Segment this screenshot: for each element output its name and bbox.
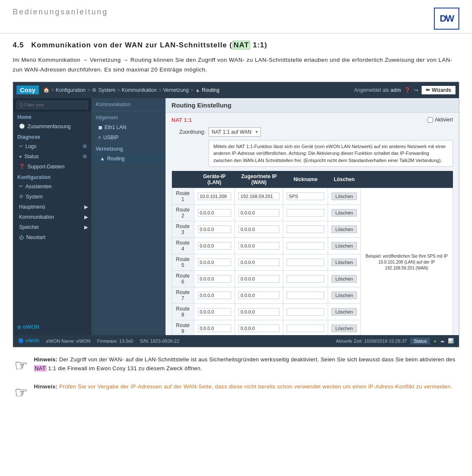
route-lan-input-8[interactable] bbox=[198, 325, 232, 332]
route-loschen-2: Löschen bbox=[328, 221, 361, 238]
sidebar-item-neustart[interactable]: ⏻ Neustart bbox=[13, 232, 91, 242]
zuordnung-row: Zuordnung: NAT 1:1 auf WAN bbox=[171, 127, 453, 137]
route-lan-input-0[interactable] bbox=[198, 193, 232, 200]
logout-icon[interactable]: ↪ bbox=[414, 87, 418, 93]
loschen-button-1[interactable]: Löschen bbox=[331, 209, 357, 217]
info-box: Mittels der NAT 1:1-Funktion lässt sich … bbox=[209, 140, 453, 167]
sidebar-item-status[interactable]: ♥ Status ⚙ bbox=[13, 151, 91, 162]
route-loschen-6: Löschen bbox=[328, 287, 361, 304]
route-nick-input-4[interactable] bbox=[287, 259, 324, 266]
loschen-button-5[interactable]: Löschen bbox=[331, 275, 357, 283]
route-wan-8 bbox=[235, 320, 283, 335]
middle-item-eth1lan[interactable]: ◼ Eth1 LAN bbox=[91, 122, 166, 132]
help-icon[interactable]: ❓ bbox=[404, 87, 411, 93]
example-cell: Beispiel: veröffentlichen Sie Ihre SPS m… bbox=[360, 188, 453, 335]
support-icon: ❓ bbox=[19, 164, 25, 169]
screenshot-frame: Cosy 🏠 > Konfiguration > ⚙ System > Komm… bbox=[13, 82, 459, 347]
clock-icon: 🕐 bbox=[19, 124, 25, 129]
route-label-4: Route 5 bbox=[172, 254, 194, 271]
route-lan-input-4[interactable] bbox=[198, 259, 232, 266]
route-nick-input-1[interactable] bbox=[287, 209, 324, 217]
bc-konfiguration[interactable]: Konfiguration bbox=[56, 87, 86, 93]
loschen-button-6[interactable]: Löschen bbox=[331, 292, 357, 299]
sidebar-item-hauptmenu[interactable]: Hauptmenü ▶ bbox=[13, 202, 91, 212]
sidebar-item-system[interactable]: ⚙ System bbox=[13, 192, 91, 202]
ewon-name: eWON Name: eWON bbox=[46, 338, 91, 344]
route-lan-input-5[interactable] bbox=[198, 275, 232, 283]
route-nick-input-8[interactable] bbox=[287, 325, 324, 332]
zuordnung-select[interactable]: NAT 1:1 auf WAN bbox=[209, 127, 261, 137]
sidebar: Home 🕐 Zusammenfassung Diagnose ↩ Logs ⚙… bbox=[13, 98, 91, 335]
route-nick-input-2[interactable] bbox=[287, 226, 324, 233]
home-icon[interactable]: 🏠 bbox=[43, 87, 50, 93]
kommunikation-arrow-icon: ▶ bbox=[84, 214, 88, 220]
sidebar-item-support[interactable]: ❓ Support-Dateien bbox=[13, 162, 91, 172]
loschen-button-2[interactable]: Löschen bbox=[331, 226, 357, 233]
loschen-button-3[interactable]: Löschen bbox=[331, 242, 357, 250]
doc-title: Bedienungsanleitung bbox=[13, 8, 108, 17]
route-lan-6 bbox=[194, 287, 235, 304]
route-wan-input-3[interactable] bbox=[238, 242, 279, 250]
route-lan-input-6[interactable] bbox=[198, 292, 232, 299]
route-wan-input-6[interactable] bbox=[238, 292, 279, 299]
middle-vernetzung-label: Vernetzung bbox=[91, 143, 166, 154]
status-expand-icon: ⚙ bbox=[83, 154, 87, 160]
routing-icon: ▲ bbox=[195, 87, 200, 93]
nat-tab-label[interactable]: NAT 1:1 bbox=[171, 117, 192, 123]
route-loschen-8: Löschen bbox=[328, 320, 361, 335]
sidebar-item-logs[interactable]: ↩ Logs ⚙ bbox=[13, 141, 91, 151]
loschen-button-4[interactable]: Löschen bbox=[331, 259, 357, 266]
wizards-button[interactable]: ✏ Wizards bbox=[422, 86, 455, 94]
route-nick-input-6[interactable] bbox=[287, 292, 324, 299]
route-lan-input-7[interactable] bbox=[198, 308, 232, 316]
middle-item-routing[interactable]: ▲ Routing bbox=[91, 154, 166, 164]
route-nick-input-3[interactable] bbox=[287, 242, 324, 250]
sidebar-item-zusammenfassung[interactable]: 🕐 Zusammenfassung bbox=[13, 121, 91, 132]
pencil-icon: ✏ bbox=[426, 87, 430, 93]
route-nick-input-5[interactable] bbox=[287, 275, 324, 283]
route-wan-input-8[interactable] bbox=[238, 325, 279, 332]
route-lan-4 bbox=[194, 254, 235, 271]
assistenten-icon: ✏ bbox=[19, 184, 23, 189]
route-wan-2 bbox=[235, 221, 283, 238]
nav-logo[interactable]: Cosy bbox=[17, 85, 39, 94]
loschen-button-0[interactable]: Löschen bbox=[331, 193, 357, 200]
route-label-5: Route 6 bbox=[172, 271, 194, 287]
route-nick-input-0[interactable] bbox=[287, 193, 324, 200]
bc-system[interactable]: System bbox=[98, 87, 115, 93]
loschen-button-8[interactable]: Löschen bbox=[331, 325, 357, 332]
note-box-2: ☞ Hinweis: Prüfen Sie vor Vergabe der IP… bbox=[13, 382, 459, 402]
sidebar-item-kommunikation[interactable]: Kommunikation ▶ bbox=[13, 212, 91, 222]
loschen-button-7[interactable]: Löschen bbox=[331, 308, 357, 316]
bc-vernetzung[interactable]: Vernetzung bbox=[163, 87, 189, 93]
route-wan-input-2[interactable] bbox=[238, 226, 279, 233]
route-nick-input-7[interactable] bbox=[287, 308, 324, 316]
note-icon-2: ☞ bbox=[14, 384, 28, 402]
col-loschen: Löschen bbox=[328, 171, 361, 188]
route-wan-input-1[interactable] bbox=[238, 209, 279, 217]
status-button[interactable]: Status bbox=[410, 338, 430, 344]
filter-input[interactable] bbox=[17, 101, 88, 109]
middle-panel: Kommunikation Allgemein ◼ Eth1 LAN ⌗ USB… bbox=[91, 98, 166, 335]
route-nick-5 bbox=[283, 271, 328, 287]
route-wan-5 bbox=[235, 271, 283, 287]
route-label-2: Route 3 bbox=[172, 221, 194, 238]
route-lan-input-3[interactable] bbox=[198, 242, 232, 250]
bc-kommunikation[interactable]: Kommunikation bbox=[121, 87, 157, 93]
aktiviert-checkbox[interactable] bbox=[428, 117, 433, 123]
sidebar-item-assistenten[interactable]: ✏ Assistenten bbox=[13, 182, 91, 192]
routing-table: Geräte-IP (LAN) Zugeortnete IP (WAN) Nic… bbox=[171, 171, 453, 335]
sidebar-item-speicher[interactable]: Speicher ▶ bbox=[13, 222, 91, 232]
route-lan-input-1[interactable] bbox=[198, 209, 232, 217]
intro-text: Im Menü Kommunikation → Vernetzung → Rou… bbox=[13, 55, 459, 75]
route-lan-input-2[interactable] bbox=[198, 226, 232, 233]
route-wan-input-0[interactable] bbox=[238, 193, 279, 200]
bc-routing[interactable]: Routing bbox=[202, 87, 219, 93]
middle-item-usbip[interactable]: ⌗ USBIP bbox=[91, 132, 166, 143]
route-wan-input-5[interactable] bbox=[238, 275, 279, 283]
route-label-6: Route 7 bbox=[172, 287, 194, 304]
route-wan-input-4[interactable] bbox=[238, 259, 279, 266]
route-wan-input-7[interactable] bbox=[238, 308, 279, 316]
route-loschen-3: Löschen bbox=[328, 238, 361, 254]
nav-right: Angemeldet als adm ❓ ↪ ✏ Wizards bbox=[354, 86, 455, 94]
